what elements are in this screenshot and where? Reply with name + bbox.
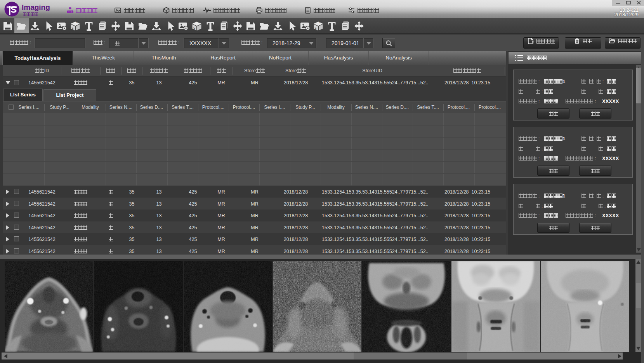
svg-text:3: 3 bbox=[193, 26, 195, 31]
svg-text:3: 3 bbox=[315, 26, 317, 31]
svg-text:3: 3 bbox=[72, 26, 74, 31]
